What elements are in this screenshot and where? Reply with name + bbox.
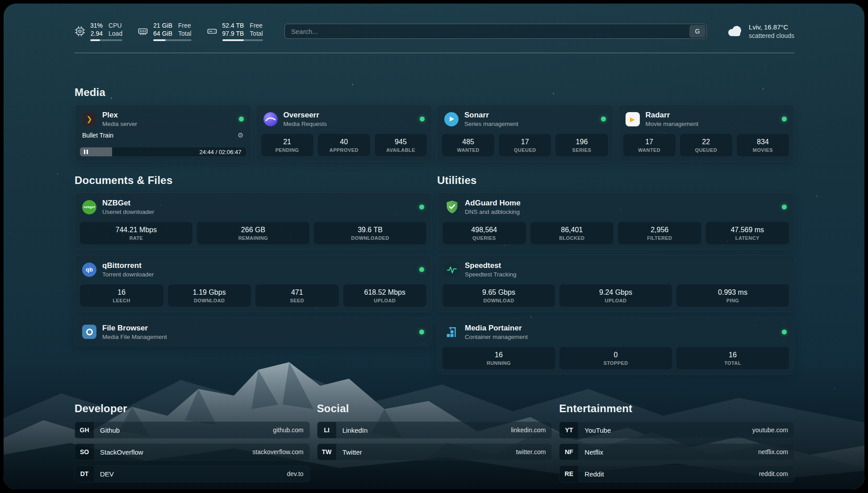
utilities-section-title: Utilities <box>437 174 794 187</box>
sonarr-title: Sonarr <box>464 111 518 120</box>
nzbget-stat-remaining: 266 GB REMAINING <box>197 222 309 244</box>
overseerr-card[interactable]: Overseerr Media Requests 21 PENDING 40 A… <box>256 104 433 162</box>
bookmark-github[interactable]: GH Github github.com <box>75 422 310 439</box>
settings-gear-icon[interactable]: ⚙ <box>238 131 243 139</box>
memory-total-value: 64 GiB <box>153 29 172 38</box>
utilities-column: Utilities <box>437 162 794 375</box>
disk-monitor: 52.4 TB 97.9 TB Free Total <box>207 21 263 41</box>
radarr-stat-movies: 834 MOVIES <box>737 134 789 156</box>
playback-time: 24:44 / 02:06:47 <box>200 149 242 155</box>
radarr-subtitle: Movie management <box>646 121 699 127</box>
speedtest-subtitle: Speedtest Tracking <box>465 271 517 278</box>
bookmark-stackoverflow[interactable]: SO StackOverflow stackoverflow.com <box>75 443 310 460</box>
speedtest-stat-download: 9.65 Gbps DOWNLOAD <box>442 284 555 307</box>
bookmarks-area: Developer GH Github github.com SO StackO… <box>75 402 794 489</box>
playback-progress-bar[interactable]: 24:44 / 02:06:47 <box>80 147 246 156</box>
portainer-subtitle: Container management <box>465 334 528 340</box>
sonarr-stat-wanted: 485 WANTED <box>442 134 494 156</box>
adguard-subtitle: DNS and adblocking <box>465 209 521 215</box>
filebrowser-title: File Browser <box>102 324 167 333</box>
cpu-monitor: 31% 2.94 CPU Load <box>75 21 122 41</box>
dashboard-screen: 31% 2.94 CPU Load <box>4 4 864 489</box>
adguard-shield-icon <box>445 200 459 214</box>
cpu-usage-value: 31% <box>90 21 103 29</box>
bookmark-linkedin[interactable]: LI LinkedIn linkedin.com <box>317 422 552 439</box>
portainer-stat-total: 16 TOTAL <box>676 347 789 369</box>
plex-card[interactable]: ❯ Plex Media server Bullet Train ⚙ 24: <box>75 104 251 162</box>
sonarr-card[interactable]: Sonarr Series management 485 WANTED 17 Q… <box>437 104 613 162</box>
memory-progress-bar <box>153 39 191 41</box>
header-divider <box>75 53 794 53</box>
status-online-dot <box>782 330 787 334</box>
status-online-dot <box>239 117 244 121</box>
qbittorrent-card[interactable]: qb qBittorrent Torrent downloader 16 LEE… <box>75 255 432 312</box>
pause-icon[interactable] <box>84 150 88 154</box>
now-playing-title: Bullet Train <box>82 132 113 139</box>
speedtest-stat-ping: 0.993 ms PING <box>676 284 789 307</box>
qbittorrent-stat-leech: 16 LEECH <box>80 284 163 307</box>
radarr-title: Radarr <box>646 111 699 120</box>
documents-column: Documents & Files nzbget NZBGet Usenet d… <box>75 162 432 346</box>
qbittorrent-stat-upload: 618.52 Mbps UPLOAD <box>343 284 427 307</box>
adguard-stat-queries: 498,564 QUERIES <box>442 222 526 244</box>
speedtest-card[interactable]: Speedtest Speedtest Tracking 9.65 Gbps D… <box>437 255 794 312</box>
portainer-card[interactable]: Media Portainer Container management 16 … <box>437 318 794 375</box>
memory-icon <box>138 26 148 37</box>
adguard-card[interactable]: AdGuard Home DNS and adblocking 498,564 … <box>437 192 794 250</box>
nzbget-subtitle: Usenet downloader <box>102 209 154 215</box>
disk-progress-bar <box>222 39 263 41</box>
developer-section-title: Developer <box>75 402 310 415</box>
netflix-icon: NF <box>559 444 578 460</box>
speedtest-title: Speedtest <box>465 261 517 270</box>
plex-subtitle: Media server <box>102 121 137 127</box>
qbittorrent-title: qBittorrent <box>102 261 154 270</box>
nzbget-stat-downloaded: 39.6 TB DOWNLOADED <box>314 222 426 244</box>
qbittorrent-subtitle: Torrent downloader <box>102 271 154 278</box>
search-input[interactable] <box>284 24 707 39</box>
cpu-progress-bar <box>90 39 122 41</box>
search-engine-button[interactable]: G <box>689 25 705 38</box>
bookmark-netflix[interactable]: NF Netflix netflix.com <box>559 443 794 460</box>
dev-icon: DT <box>75 466 94 482</box>
bookmark-youtube[interactable]: YT YouTube youtube.com <box>559 422 794 439</box>
filebrowser-icon <box>82 325 96 339</box>
radarr-card[interactable]: ▶ Radarr Movie management 17 WANTED 22 Q… <box>618 104 795 162</box>
cpu-label: CPU <box>108 21 122 29</box>
filebrowser-card[interactable]: File Browser Media File Management <box>75 318 432 346</box>
overseerr-icon <box>263 112 278 126</box>
bookmark-dev[interactable]: DT DEV dev.to <box>75 465 310 482</box>
cpu-icon <box>75 26 85 37</box>
weather-widget: Lviv, 16.87°C scattered clouds <box>726 23 794 40</box>
social-bookmarks: Social LI LinkedIn linkedin.com TW Twitt… <box>317 402 552 482</box>
overseerr-stat-available: 945 AVAILABLE <box>375 134 427 156</box>
overseerr-stat-pending: 21 PENDING <box>261 134 313 156</box>
adguard-title: AdGuard Home <box>465 199 521 208</box>
disk-free-label: Free <box>250 21 263 29</box>
qbittorrent-stat-download: 1.19 Gbps DOWNLOAD <box>168 284 251 307</box>
overseerr-title: Overseerr <box>284 111 327 120</box>
disk-total-label: Total <box>250 29 263 38</box>
social-section-title: Social <box>317 402 552 415</box>
memory-monitor: 21 GiB 64 GiB Free Total <box>138 21 191 41</box>
disk-free-value: 52.4 TB <box>222 21 244 29</box>
status-online-dot <box>419 205 424 209</box>
sonarr-stat-queued: 17 QUEUED <box>499 134 551 156</box>
developer-bookmarks: Developer GH Github github.com SO StackO… <box>75 402 310 482</box>
adguard-stat-filtered: 2,956 FILTERED <box>618 222 701 244</box>
status-online-dot <box>420 117 425 121</box>
cloud-icon <box>726 25 743 38</box>
bookmark-twitter[interactable]: TW Twitter twitter.com <box>317 443 552 460</box>
memory-free-label: Free <box>178 21 192 29</box>
sonarr-subtitle: Series management <box>464 121 518 127</box>
cpu-load-label: Load <box>108 29 122 38</box>
memory-free-value: 21 GiB <box>153 21 172 29</box>
weather-condition: scattered clouds <box>749 32 794 40</box>
speedtest-stat-upload: 9.24 Gbps UPLOAD <box>559 284 672 307</box>
memory-total-label: Total <box>178 29 192 38</box>
filebrowser-subtitle: Media File Management <box>102 334 167 340</box>
status-online-dot <box>601 117 606 121</box>
nzbget-card[interactable]: nzbget NZBGet Usenet downloader 744.21 M… <box>75 192 432 250</box>
status-online-dot <box>782 205 787 209</box>
bookmark-reddit[interactable]: RE Reddit reddit.com <box>559 465 794 482</box>
status-online-dot <box>782 117 787 121</box>
